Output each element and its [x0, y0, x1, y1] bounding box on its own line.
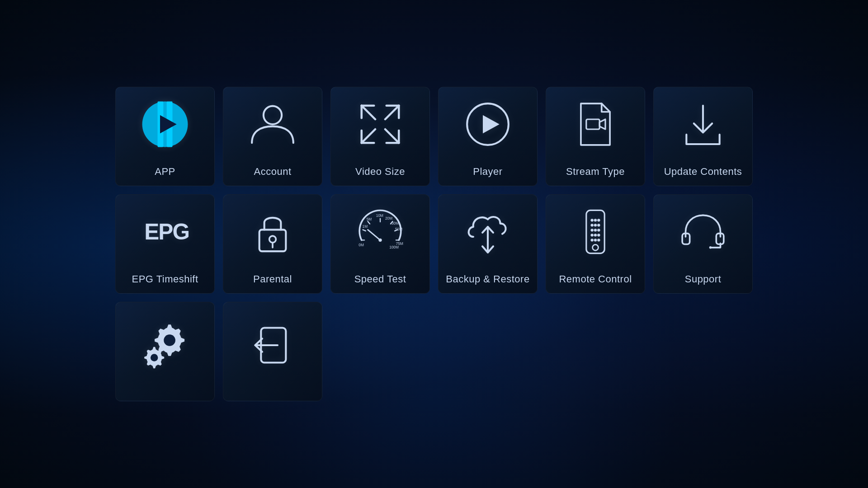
account-icon — [223, 87, 322, 161]
tile-account[interactable]: Account — [223, 87, 322, 186]
svg-point-60 — [597, 234, 600, 236]
svg-text:EPG: EPG — [144, 219, 189, 244]
tile-epg-timeshift[interactable]: EPG EPG Timeshift — [115, 194, 215, 294]
svg-point-26 — [269, 236, 276, 243]
svg-text:20M: 20M — [385, 216, 392, 221]
svg-line-30 — [368, 221, 370, 224]
svg-point-57 — [597, 229, 600, 231]
tile-video-size[interactable]: Video Size — [330, 87, 430, 186]
svg-text:50M: 50M — [395, 227, 402, 231]
account-label: Account — [250, 161, 295, 186]
svg-point-62 — [594, 239, 597, 241]
tile-speed-test[interactable]: 0M 1M 5M 10M 20M 30M 50M 75M 100M Speed … — [330, 194, 430, 294]
svg-point-52 — [590, 224, 593, 226]
tile-stream-type[interactable]: Stream Type — [546, 87, 645, 186]
backup-restore-icon — [439, 195, 537, 269]
epg-timeshift-label: EPG Timeshift — [128, 269, 202, 293]
svg-point-56 — [594, 229, 597, 231]
tile-remote-control[interactable]: Remote Control — [546, 194, 645, 294]
tile-backup-restore[interactable]: Backup & Restore — [438, 194, 538, 294]
update-contents-label: Update Contents — [660, 161, 746, 186]
svg-point-53 — [594, 224, 597, 226]
speed-test-label: Speed Test — [351, 269, 410, 293]
support-icon — [654, 195, 752, 269]
svg-point-45 — [378, 239, 382, 242]
update-contents-icon — [654, 87, 752, 161]
svg-text:5M: 5M — [367, 217, 372, 221]
svg-rect-21 — [586, 119, 599, 129]
tile-exit[interactable] — [223, 302, 322, 401]
svg-marker-22 — [599, 119, 605, 129]
settings-icon — [116, 302, 214, 388]
tile-support[interactable]: Support — [653, 194, 753, 294]
svg-text:1M: 1M — [363, 225, 368, 229]
stream-type-icon — [546, 87, 645, 161]
svg-text:0M: 0M — [359, 243, 364, 247]
svg-point-50 — [594, 219, 597, 221]
tile-app[interactable]: APP — [115, 87, 215, 186]
tile-update-contents[interactable]: Update Contents — [653, 87, 753, 186]
tile-player[interactable]: Player — [438, 87, 538, 186]
svg-point-63 — [597, 239, 600, 241]
svg-point-49 — [590, 219, 593, 221]
epg-icon: EPG — [116, 195, 214, 269]
remote-control-icon — [546, 195, 645, 269]
svg-text:10M: 10M — [376, 214, 383, 218]
svg-point-58 — [590, 234, 593, 236]
remote-control-label: Remote Control — [555, 269, 635, 293]
svg-line-9 — [362, 106, 375, 119]
svg-line-29 — [363, 230, 366, 231]
tile-settings[interactable] — [115, 302, 215, 401]
svg-point-59 — [594, 234, 597, 236]
tile-parental[interactable]: Parental — [223, 194, 322, 294]
settings-label — [161, 388, 169, 401]
video-size-icon — [331, 87, 429, 161]
stream-type-label: Stream Type — [562, 161, 628, 186]
app-icon — [116, 87, 214, 161]
svg-text:100M: 100M — [389, 245, 399, 249]
parental-label: Parental — [250, 269, 296, 293]
svg-point-55 — [590, 229, 593, 231]
svg-text:30M: 30M — [392, 221, 399, 225]
video-size-label: Video Size — [352, 161, 409, 186]
speed-test-icon: 0M 1M 5M 10M 20M 30M 50M 75M 100M — [331, 195, 429, 269]
parental-icon — [223, 195, 322, 269]
svg-rect-48 — [586, 210, 604, 253]
exit-label — [269, 388, 276, 401]
support-label: Support — [681, 269, 725, 293]
svg-point-61 — [590, 239, 593, 241]
player-icon — [439, 87, 537, 161]
svg-point-68 — [164, 334, 175, 346]
svg-line-18 — [385, 129, 399, 143]
svg-marker-20 — [483, 115, 500, 133]
player-label: Player — [469, 161, 506, 186]
svg-point-69 — [151, 354, 158, 361]
backup-restore-label: Backup & Restore — [442, 269, 533, 293]
svg-point-51 — [597, 219, 600, 221]
svg-line-12 — [385, 106, 399, 119]
settings-grid: APP Account — [97, 69, 771, 419]
svg-line-15 — [362, 129, 375, 143]
exit-icon — [223, 302, 322, 388]
svg-point-54 — [597, 224, 600, 226]
app-label: APP — [151, 161, 179, 186]
svg-point-67 — [709, 246, 712, 249]
svg-point-64 — [593, 244, 599, 250]
svg-point-6 — [264, 106, 282, 124]
svg-line-44 — [368, 230, 381, 240]
